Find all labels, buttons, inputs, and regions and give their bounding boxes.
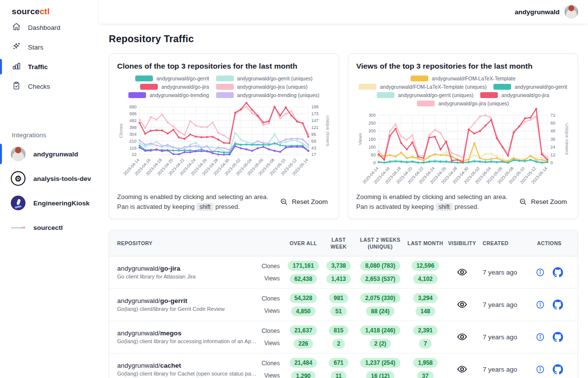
stat-badge: 1,413 (326, 274, 351, 284)
integration-item-analysis-tools-dev[interactable]: ⚙analysis-tools-dev (0, 166, 99, 191)
repo-full-name[interactable]: andygrunwald/cachet (117, 362, 258, 369)
legend-item[interactable]: andygrunwald/go-gerrit (uniques) (216, 76, 313, 81)
stat-cell: 3,7381,413 (323, 261, 354, 284)
reset-zoom-button[interactable]: Reset Zoom (516, 195, 570, 209)
eye-icon[interactable] (457, 299, 467, 310)
repo-cell: andygrunwald/cachetGo(lang) client libra… (117, 362, 258, 377)
stat-cell: 21,637226 (284, 326, 323, 349)
table-row: andygrunwald/megosGo(lang) client librar… (109, 321, 578, 353)
legend-item[interactable]: andygrunwald/go-jira (uniques) (417, 101, 509, 106)
eye-icon[interactable] (457, 267, 467, 277)
stat-badge: 16 (12) (366, 371, 394, 378)
metric-label: Views (264, 372, 280, 378)
metric-label: Clones (262, 295, 280, 302)
repo-description: Go(lang) client library for Cachet (open… (117, 371, 258, 377)
info-icon[interactable] (536, 332, 545, 342)
github-icon[interactable] (553, 300, 563, 310)
stat-cell: 171,16162,438 (284, 261, 323, 284)
integration-item-andygrunwald[interactable]: andygrunwald (0, 142, 99, 166)
views-chart-canvas[interactable]: 2023-04-142023-04-162023-04-182023-04-20… (356, 109, 570, 189)
github-icon[interactable] (553, 267, 563, 277)
sidebar-item-dashboard[interactable]: Dashboard (0, 18, 99, 37)
integrations-label: Integrations (12, 131, 99, 139)
info-icon[interactable] (536, 268, 545, 277)
zoom-out-icon (280, 198, 288, 206)
table-row: andygrunwald/go-gerritGo(lang) client/li… (109, 288, 578, 321)
reset-zoom-button[interactable]: Reset Zoom (277, 195, 331, 209)
clones-chart-canvas[interactable]: 2023-04-142023-04-162023-04-182023-04-20… (117, 101, 331, 181)
eye-icon[interactable] (457, 331, 467, 342)
svg-text:147: 147 (311, 118, 318, 123)
repo-owner: andygrunwald/ (117, 265, 160, 272)
info-icon[interactable] (536, 300, 545, 309)
legend-label: andygrunwald/go-jira (uniques) (237, 84, 308, 90)
sidebar-item-checks[interactable]: Checks (0, 76, 99, 96)
sidebar-item-traffic[interactable]: Traffic (0, 57, 99, 76)
integration-item-sourcectl[interactable]: sourcectlsourcectl (0, 215, 99, 240)
clones-chart-card: Clones of the top 3 repositories for the… (109, 53, 339, 219)
legend-swatch (417, 101, 435, 106)
legend-item[interactable]: andygrunwald/go-gerrit (493, 84, 567, 90)
svg-text:22: 22 (132, 152, 137, 157)
repo-full-name[interactable]: andygrunwald/go-gerrit (117, 297, 258, 304)
legend-swatch (493, 84, 511, 90)
integration-item-engineeringkiosk[interactable]: EngineeringKiosk (0, 191, 99, 215)
info-icon[interactable] (536, 365, 545, 374)
legend-item[interactable]: andygrunwald/go-trending (uniques) (216, 92, 319, 98)
stat-badge: 2 (2) (369, 339, 392, 349)
page-title: Repository Traffic (109, 33, 578, 45)
legend-item[interactable]: andygrunwald/go-jira (uniques) (216, 84, 308, 90)
accent-shape (15, 205, 22, 209)
repo-description: Go client library for Atlassian Jira (117, 274, 258, 279)
clones-chart-title: Clones of the top 3 repositories for the… (117, 62, 331, 71)
clones-chart-legend: andygrunwald/go-gerritandygrunwald/go-ge… (117, 76, 331, 98)
svg-text:210: 210 (129, 139, 137, 144)
visibility-cell (444, 267, 480, 277)
repo-full-name[interactable]: andygrunwald/go-jira (117, 265, 258, 272)
shift-key-label: shift (436, 203, 453, 211)
reset-zoom-label: Reset Zoom (292, 198, 328, 205)
svg-text:0: 0 (550, 160, 553, 165)
sidebar-item-stars[interactable]: Stars (0, 37, 99, 57)
svg-text:50: 50 (371, 152, 376, 157)
repo-description: Go(lang) client/library for Gerrit Code … (117, 306, 258, 312)
stat-badge: 62,438 (290, 274, 318, 284)
github-icon[interactable] (553, 332, 563, 342)
nav-label: Dashboard (28, 24, 60, 31)
svg-text:48: 48 (550, 128, 555, 133)
stat-badge: 12,596 (412, 261, 440, 271)
stat-badge: 2,075 (330) (360, 293, 400, 303)
legend-item[interactable]: andygrunwald/go-trending (128, 92, 209, 98)
stat-badge: 148 (416, 306, 435, 316)
stat-badge: 2,391 (413, 326, 438, 335)
user-avatar (11, 147, 25, 161)
stat-cell: 21,4841,290 (284, 358, 323, 378)
stat-badge: 171,161 (288, 261, 318, 271)
legend-item[interactable]: andygrunwald/FOM-LaTeX-Template (uniques… (359, 84, 487, 90)
eye-icon[interactable] (457, 364, 467, 375)
legend-label: andygrunwald/go-gerrit (156, 76, 209, 81)
stat-badge: 1,290 (291, 371, 316, 378)
column-header-created: CREATED (480, 240, 529, 247)
zoom-hint-text: Zooming is enabled by clicking and selec… (356, 193, 508, 210)
svg-text:Views: Views (357, 133, 363, 145)
views-chart-legend: andygrunwald/FOM-LaTeX-Templateandygrunw… (356, 76, 570, 106)
topbar-username[interactable]: andygrunwald (514, 8, 560, 16)
svg-text:43: 43 (311, 146, 316, 151)
legend-item[interactable]: andygrunwald/go-jira (140, 84, 209, 90)
column-header-actions: ACTIONS (529, 240, 570, 247)
repo-cell: andygrunwald/go-gerritGo(lang) client/li… (117, 297, 258, 312)
legend-item[interactable]: andygrunwald/go-gerrit (135, 76, 209, 81)
user-avatar[interactable] (564, 5, 578, 19)
repo-full-name[interactable]: andygrunwald/megos (117, 329, 258, 337)
svg-text:95: 95 (311, 132, 316, 137)
legend-item[interactable]: andygrunwald/go-jira (480, 92, 549, 98)
zoom-hint-text: Zooming is enabled by clicking and selec… (117, 193, 269, 210)
legend-label: andygrunwald/go-trending (149, 92, 209, 98)
stat-badge: 7 (419, 339, 432, 349)
legend-swatch (128, 92, 146, 98)
legend-item[interactable]: andygrunwald/go-gerrit (uniques) (377, 92, 473, 98)
stat-cell: 98151 (323, 293, 354, 316)
legend-item[interactable]: andygrunwald/FOM-LaTeX-Template (411, 76, 515, 81)
github-icon[interactable] (553, 364, 563, 375)
